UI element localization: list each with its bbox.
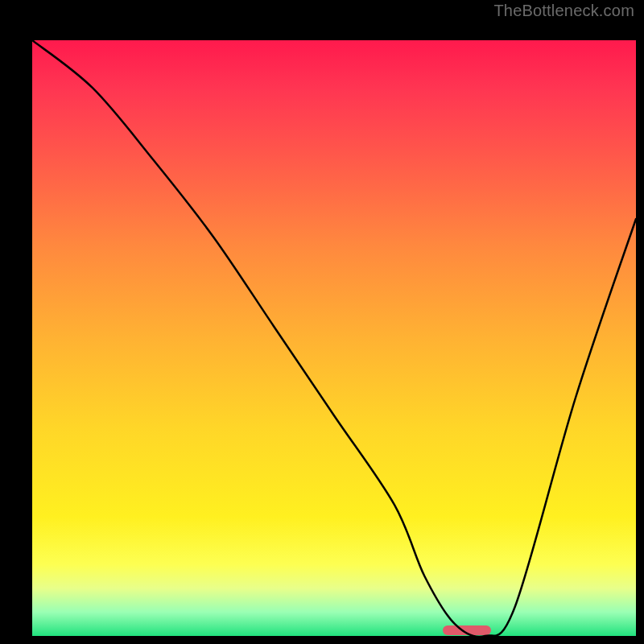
curve-line — [32, 40, 636, 636]
plot-area — [32, 40, 636, 636]
curve-path — [32, 40, 636, 636]
chart-frame — [8, 20, 636, 636]
watermark-text: TheBottleneck.com — [493, 2, 634, 20]
